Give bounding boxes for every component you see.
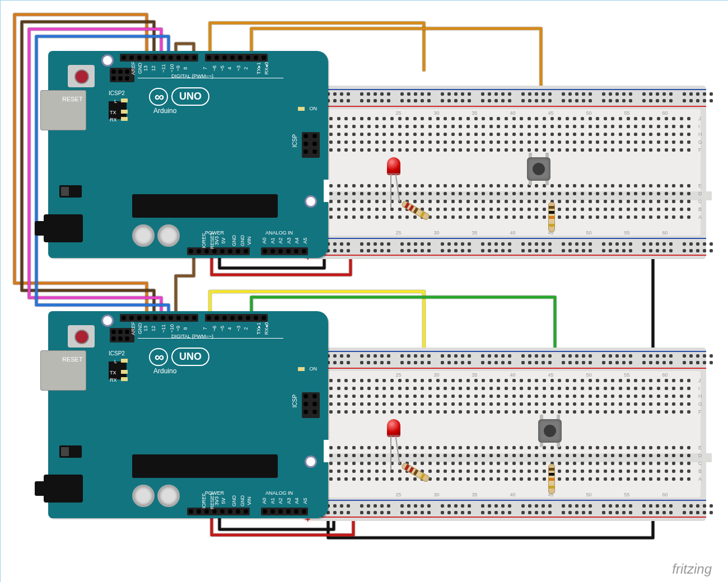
breadboard-hole xyxy=(505,379,508,382)
breadboard-hole xyxy=(505,117,508,120)
breadboard-hole xyxy=(421,148,424,152)
breadboard-hole xyxy=(634,462,637,465)
pin-label: A2 xyxy=(278,497,283,504)
breadboard-hole xyxy=(680,140,683,144)
breadboard-hole xyxy=(627,477,630,481)
breadboard-hole xyxy=(428,379,432,382)
breadboard-hole xyxy=(466,470,470,473)
resistor-btn-bottom xyxy=(548,464,555,494)
breadboard-hole xyxy=(581,133,584,136)
breadboard-hole xyxy=(520,140,523,144)
breadboard-hole xyxy=(634,387,637,390)
breadboard-hole xyxy=(352,140,356,144)
breadboard-hole xyxy=(398,470,402,473)
breadboard-hole xyxy=(611,410,614,414)
led-top xyxy=(387,157,400,175)
breadboard-hole xyxy=(558,208,561,211)
breadboard-hole xyxy=(520,200,523,203)
capacitor xyxy=(157,224,180,247)
breadboard-hole xyxy=(398,395,402,398)
breadboard-hole xyxy=(604,192,607,195)
breadboard-hole xyxy=(649,140,652,144)
breadboard-hole xyxy=(680,148,683,152)
breadboard-hole xyxy=(687,462,690,465)
breadboard-hole xyxy=(596,402,599,406)
col-number: 35 xyxy=(472,492,478,497)
breadboard-hole xyxy=(474,133,478,136)
breadboard-hole xyxy=(497,192,500,195)
breadboard-hole xyxy=(611,470,614,473)
breadboard-hole xyxy=(528,395,531,398)
pin-label: RX◂0 xyxy=(264,322,269,335)
breadboard-hole xyxy=(672,208,675,211)
breadboard-hole xyxy=(360,402,363,406)
pin-label: VIN xyxy=(246,236,252,245)
breadboard-hole xyxy=(505,192,508,195)
breadboard-hole xyxy=(436,133,440,136)
pushbutton-top[interactable] xyxy=(527,157,550,181)
breadboard-hole xyxy=(619,215,622,219)
breadboard-hole xyxy=(344,192,348,195)
breadboard-hole xyxy=(405,395,409,398)
breadboard-hole xyxy=(619,410,622,414)
breadboard-hole xyxy=(489,395,493,398)
breadboard-hole xyxy=(619,140,622,144)
breadboard-hole xyxy=(619,184,622,187)
breadboard-hole xyxy=(459,140,462,144)
breadboard-hole xyxy=(573,215,576,219)
breadboard-hole xyxy=(405,454,409,457)
breadboard-hole xyxy=(550,402,554,406)
breadboard-hole xyxy=(581,454,584,457)
breadboard-hole xyxy=(375,140,379,144)
breadboard-hole xyxy=(505,410,508,414)
breadboard-hole xyxy=(505,133,508,136)
reset-button[interactable] xyxy=(68,325,95,348)
breadboard-hole xyxy=(596,184,599,187)
breadboard-hole xyxy=(459,192,462,195)
breadboard-hole xyxy=(444,402,447,406)
breadboard-hole xyxy=(611,462,614,465)
pin-label: A0 xyxy=(262,237,267,243)
breadboard-hole xyxy=(466,200,470,203)
breadboard-hole xyxy=(405,140,409,144)
breadboard-hole xyxy=(428,200,432,203)
breadboard-hole xyxy=(528,215,531,219)
breadboard-hole xyxy=(436,387,440,390)
breadboard-hole xyxy=(573,379,576,382)
breadboard-hole xyxy=(413,379,417,382)
breadboard-hole xyxy=(451,133,455,136)
breadboard-hole xyxy=(451,470,455,473)
reset-label: RESET xyxy=(62,96,83,102)
reset-button[interactable] xyxy=(68,65,95,87)
breadboard-hole xyxy=(421,117,424,120)
breadboard-hole xyxy=(642,402,645,406)
pushbutton-bottom[interactable] xyxy=(538,419,562,443)
breadboard-hole xyxy=(604,395,607,398)
breadboard-hole xyxy=(649,410,652,414)
pin-label: 7 xyxy=(202,327,208,330)
breadboard-hole xyxy=(581,215,584,219)
breadboard-hole xyxy=(619,470,622,473)
breadboard-hole xyxy=(329,140,333,144)
breadboard-hole xyxy=(466,477,470,481)
breadboard-hole xyxy=(436,215,440,219)
breadboard-hole xyxy=(466,133,470,136)
breadboard-hole xyxy=(489,470,493,473)
mounting-hole xyxy=(101,54,114,67)
breadboard-hole xyxy=(657,387,660,390)
breadboard-hole xyxy=(512,462,516,465)
breadboard-hole xyxy=(634,200,637,203)
breadboard-hole xyxy=(558,402,561,406)
col-number: 50 xyxy=(586,372,592,378)
breadboard-hole xyxy=(360,387,363,390)
breadboard-hole xyxy=(489,184,493,187)
breadboard-hole xyxy=(566,133,569,136)
breadboard-hole xyxy=(459,117,462,120)
breadboard-hole xyxy=(329,192,333,195)
pin-label: A4 xyxy=(294,237,300,243)
breadboard-hole xyxy=(604,470,607,473)
breadboard-hole xyxy=(550,395,554,398)
breadboard-hole xyxy=(543,200,546,203)
breadboard-hole xyxy=(550,446,554,449)
breadboard-hole xyxy=(344,133,348,136)
